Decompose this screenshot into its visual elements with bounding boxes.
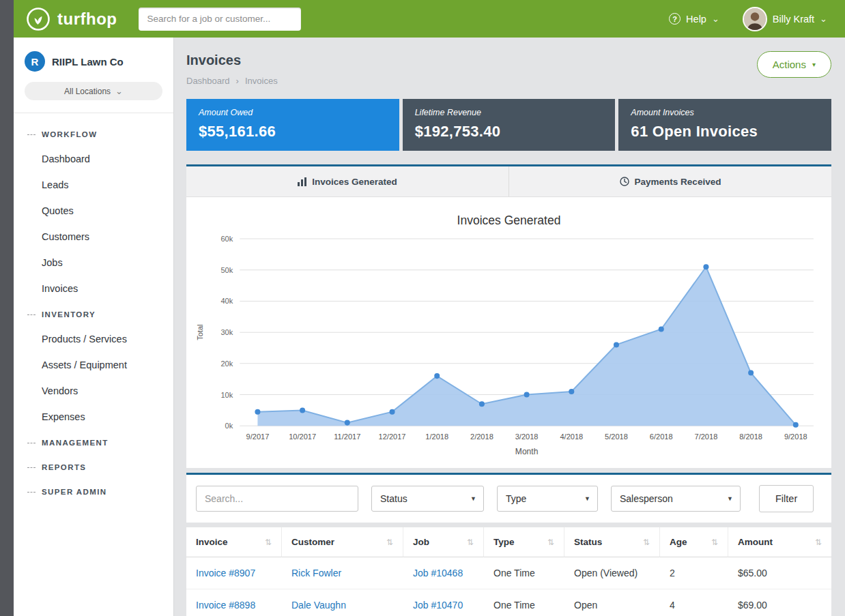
sidebar-section-management[interactable]: MANAGEMENT <box>14 430 173 454</box>
sidebar-item-quotes[interactable]: Quotes <box>14 198 173 224</box>
stat-card-amount-invoices: Amount Invoices61 Open Invoices <box>618 99 831 151</box>
help-label: Help <box>686 14 706 25</box>
stat-value: $55,161.66 <box>199 123 387 141</box>
user-menu[interactable]: Billy Kraft ⌄ <box>743 7 827 31</box>
global-search-input[interactable] <box>139 8 301 31</box>
breadcrumb-separator: › <box>236 76 239 86</box>
help-icon: ? <box>669 13 681 25</box>
user-name: Billy Kraft <box>773 14 814 25</box>
chart-title: Invoices Generated <box>192 214 826 228</box>
sidebar-item-customers[interactable]: Customers <box>14 224 173 250</box>
sidebar-section-label: WORKFLOW <box>42 130 97 138</box>
cell-job[interactable]: Job #10468 <box>403 557 484 589</box>
column-label: Job <box>413 537 429 547</box>
sort-icon: ⇅ <box>467 538 474 547</box>
cell-customer[interactable]: Rick Fowler <box>282 557 403 589</box>
breadcrumb-dashboard[interactable]: Dashboard <box>186 76 230 86</box>
caret-down-icon: ▼ <box>470 495 476 502</box>
svg-text:50k: 50k <box>220 266 233 274</box>
sidebar-section-label: MANAGEMENT <box>42 439 109 447</box>
sort-icon: ⇅ <box>815 538 822 547</box>
column-header-job[interactable]: Job⇅ <box>403 527 484 557</box>
chevron-down-icon: ⌄ <box>115 86 123 96</box>
sidebar-item-expenses[interactable]: Expenses <box>14 404 173 430</box>
cell-status: Open (Viewed) <box>564 557 660 589</box>
filter-button[interactable]: Filter <box>759 485 814 512</box>
sidebar-item-assets-equipment[interactable]: Assets / Equipment <box>14 352 173 378</box>
column-label: Type <box>493 537 515 547</box>
table-body: Invoice #8907Rick FowlerJob #10468One Ti… <box>186 557 831 616</box>
column-header-invoice[interactable]: Invoice⇅ <box>186 527 282 557</box>
type-select[interactable]: Type▼ <box>497 486 598 512</box>
location-selector[interactable]: All Locations ⌄ <box>25 82 162 100</box>
chart-area: Invoices Generated 0k10k20k30k40k50k60k9… <box>186 197 831 468</box>
svg-text:8/2018: 8/2018 <box>739 432 762 441</box>
cell-invoice[interactable]: Invoice #8898 <box>186 589 282 616</box>
sidebar-item-jobs[interactable]: Jobs <box>14 250 173 276</box>
tab-payments-received[interactable]: Payments Received <box>509 166 831 196</box>
column-header-type[interactable]: Type⇅ <box>484 527 564 557</box>
invoices-table: Invoice⇅Customer⇅Job⇅Type⇅Status⇅Age⇅Amo… <box>186 527 831 616</box>
svg-text:9/2018: 9/2018 <box>784 432 807 441</box>
svg-text:20k: 20k <box>220 360 233 368</box>
sidebar-section-reports[interactable]: REPORTS <box>14 454 173 479</box>
clock-icon <box>620 177 629 186</box>
sidebar-item-dashboard[interactable]: Dashboard <box>14 146 173 172</box>
chevron-down-icon: ⌄ <box>820 14 827 24</box>
column-header-status[interactable]: Status⇅ <box>564 527 660 557</box>
chart-tabbar: Invoices Generated Payments Received <box>186 166 831 197</box>
svg-text:60k: 60k <box>220 235 233 243</box>
svg-text:2/2018: 2/2018 <box>470 432 493 441</box>
stat-label: Lifetime Revenue <box>415 108 603 117</box>
svg-text:12/2017: 12/2017 <box>379 432 406 441</box>
sidebar-item-vendors[interactable]: Vendors <box>14 378 173 404</box>
sidebar-section-workflow[interactable]: WORKFLOW <box>14 121 173 146</box>
sidebar-item-invoices[interactable]: Invoices <box>14 276 173 302</box>
stat-label: Amount Invoices <box>631 108 819 117</box>
cell-invoice[interactable]: Invoice #8907 <box>186 557 282 589</box>
svg-text:4/2018: 4/2018 <box>560 432 583 441</box>
tab-invoices-generated[interactable]: Invoices Generated <box>186 166 509 196</box>
salesperson-select[interactable]: Salesperson▼ <box>611 486 741 512</box>
invoices-generated-chart: 0k10k20k30k40k50k60k9/201710/201711/2017… <box>192 229 826 465</box>
section-dash-icon <box>27 134 35 135</box>
help-menu[interactable]: ? Help ⌄ <box>669 13 719 25</box>
stat-value: $192,753.40 <box>415 123 603 141</box>
svg-text:0k: 0k <box>225 422 233 430</box>
section-dash-icon <box>27 443 35 443</box>
svg-text:10/2017: 10/2017 <box>289 432 316 441</box>
tab-label: Invoices Generated <box>312 177 397 187</box>
svg-text:Total: Total <box>196 324 204 340</box>
column-label: Status <box>574 537 602 547</box>
svg-text:1/2018: 1/2018 <box>425 432 448 441</box>
column-label: Customer <box>291 537 334 547</box>
column-label: Age <box>670 537 687 547</box>
sort-icon: ⇅ <box>386 538 393 547</box>
logo-text: turfhop <box>57 10 117 29</box>
actions-label: Actions <box>773 59 806 70</box>
sidebar-item-leads[interactable]: Leads <box>14 172 173 198</box>
actions-button[interactable]: Actions ▾ <box>757 51 831 78</box>
top-navbar: turfhop ? Help ⌄ Billy Kraft ⌄ <box>14 0 845 38</box>
stat-value: 61 Open Invoices <box>631 123 819 141</box>
brand[interactable]: turfhop <box>26 7 117 31</box>
cell-job[interactable]: Job #10470 <box>403 589 484 616</box>
stat-card-amount-owed: Amount Owed$55,161.66 <box>186 99 399 151</box>
column-header-customer[interactable]: Customer⇅ <box>282 527 403 557</box>
cell-type: One Time <box>484 557 564 589</box>
sidebar-item-products-services[interactable]: Products / Services <box>14 326 173 352</box>
cell-customer[interactable]: Dale Vaughn <box>282 589 403 616</box>
table-search-input[interactable] <box>196 486 358 512</box>
sidebar-nav: WORKFLOWDashboardLeadsQuotesCustomersJob… <box>14 113 173 512</box>
column-header-amount[interactable]: Amount⇅ <box>728 527 831 557</box>
tab-label: Payments Received <box>635 177 721 187</box>
sidebar-section-inventory[interactable]: INVENTORY <box>14 302 173 326</box>
chart-panel: Invoices Generated Payments Received Inv… <box>186 164 831 468</box>
sidebar-section-label: REPORTS <box>42 463 86 471</box>
main-content: Invoices Dashboard › Invoices Actions ▾ … <box>174 38 845 616</box>
column-header-age[interactable]: Age⇅ <box>660 527 728 557</box>
sidebar-section-super-admin[interactable]: SUPER ADMIN <box>14 479 173 503</box>
status-select[interactable]: Status▼ <box>371 486 484 512</box>
chevron-down-icon: ⌄ <box>712 14 719 24</box>
breadcrumb-invoices: Invoices <box>245 76 278 86</box>
